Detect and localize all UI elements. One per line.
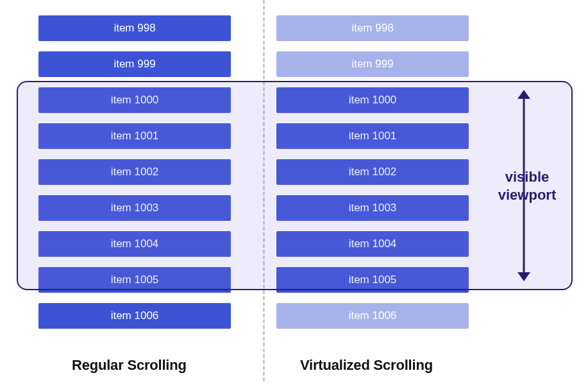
list-item-label: item 1000 [111, 94, 159, 107]
list-item-label: item 1001 [349, 130, 397, 143]
list-item-label: item 1006 [111, 309, 159, 322]
list-item: item 1002 [38, 159, 231, 185]
list-item-label: item 1003 [349, 202, 397, 214]
list-item-label: item 1005 [111, 274, 159, 286]
column-divider [263, 0, 265, 381]
arrow-shaft [523, 96, 525, 275]
virtualized-scrolling-column: item 998 item 999 item 1000 item 1001 it… [276, 15, 469, 329]
list-item-label: item 998 [113, 22, 155, 35]
list-item-label: item 1002 [111, 166, 159, 178]
list-item-label: item 1001 [111, 130, 159, 143]
list-item: item 1004 [38, 231, 231, 257]
list-item: item 1002 [276, 159, 469, 185]
arrow-down-icon [517, 272, 530, 281]
list-item: item 1001 [38, 123, 231, 149]
viewport-extent-arrow [517, 90, 530, 281]
list-item-label: item 1002 [349, 166, 397, 178]
list-item: item 1005 [38, 267, 231, 293]
diagram-stage: item 998 item 999 item 1000 item 1001 it… [0, 0, 588, 391]
list-item-label: item 1003 [111, 202, 159, 214]
list-item: item 1003 [38, 195, 231, 221]
list-item-label: item 1005 [349, 274, 397, 286]
virtualized-scrolling-caption: Virtualized Scrolling [300, 357, 433, 374]
list-item: item 1003 [276, 195, 469, 221]
list-item: item 999 [38, 51, 231, 77]
list-item-label: item 1000 [349, 94, 397, 107]
list-item-label: item 1004 [349, 238, 397, 250]
list-item-label: item 999 [113, 58, 155, 71]
list-item: item 1001 [276, 123, 469, 149]
list-item: item 1004 [276, 231, 469, 257]
viewport-label-line: visible [505, 169, 549, 185]
viewport-label-line: viewport [498, 186, 556, 202]
list-item: item 998 [38, 15, 231, 41]
arrow-up-icon [517, 90, 530, 99]
list-item: item 1000 [38, 87, 231, 113]
list-item: item 999 [276, 51, 469, 77]
regular-scrolling-column: item 998 item 999 item 1000 item 1001 it… [38, 15, 231, 329]
regular-scrolling-caption: Regular Scrolling [72, 357, 187, 374]
list-item: item 1005 [276, 267, 469, 293]
list-item: item 1000 [276, 87, 469, 113]
list-item-label: item 999 [351, 58, 393, 71]
list-item-label: item 998 [351, 22, 393, 35]
list-item: item 1006 [276, 303, 469, 329]
list-item-label: item 1006 [349, 309, 397, 322]
viewport-label: visible viewport [493, 168, 561, 204]
list-item: item 1006 [38, 303, 231, 329]
list-item: item 998 [276, 15, 469, 41]
list-item-label: item 1004 [111, 238, 159, 250]
